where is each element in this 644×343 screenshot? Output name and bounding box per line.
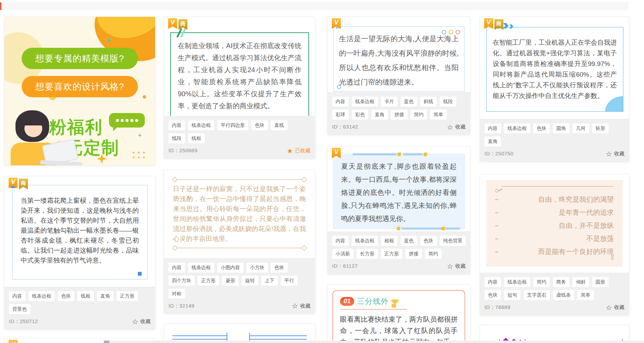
tag-chip[interactable]: 色块 [420, 236, 437, 246]
tag-chip[interactable]: 内容 [9, 291, 25, 301]
tag-chip[interactable]: 内容 [168, 263, 185, 273]
tag-chip[interactable]: 长方形 [357, 249, 378, 259]
template-card-partial[interactable] [480, 325, 629, 343]
favorited-button[interactable]: ★ 已收藏 [287, 147, 310, 154]
promo-banner[interactable]: + + + 想要专属的精美模版? 想要喜欢的设计风格? 宠粉福利 0元定制 [4, 17, 155, 165]
favorite-button[interactable]: ☆ 收藏 [292, 302, 310, 309]
favorite-label: 收藏 [614, 151, 624, 157]
template-card-partial[interactable] [164, 323, 315, 343]
tag-chip[interactable]: 线段 [168, 133, 185, 143]
tag-chip[interactable]: 内容 [332, 236, 349, 246]
tag-chip[interactable]: 色块 [251, 120, 268, 130]
tag-chip[interactable]: 正方形 [198, 276, 219, 286]
tag-chip[interactable]: 正方形 [117, 291, 138, 301]
id-row: ID：250712 ☆ 收藏 [9, 318, 151, 325]
template-preview[interactable]: 夏天是彻底来了,脚步也跟着轻盈起来。每一口西瓜,每一个故事,都将深深烙进夏的底色… [328, 146, 470, 231]
tag-chip[interactable]: 线条边框 [188, 263, 214, 273]
template-preview[interactable]: 日子还是一样的寂寞，只不过是我换了一个姿势浅酌，在一饮一品中懂得了晨起当感恩，晚… [164, 170, 315, 258]
favorite-button[interactable]: ☆ 收藏 [606, 304, 624, 311]
scrollbar-thumb[interactable] [104, 341, 109, 343]
tag-chip[interactable]: 简约 [411, 110, 427, 120]
tag-chip[interactable]: 直角 [484, 136, 501, 146]
tag-chip[interactable]: 旋转 [242, 276, 258, 286]
promo-banner-card[interactable]: + + + 想要专属的精美模版? 想要喜欢的设计风格? 宠粉福利 0元定制 [4, 16, 155, 166]
tag-chip[interactable]: 矩形 [592, 123, 609, 133]
tag-chip[interactable]: 斜线 [420, 97, 437, 107]
template-preview[interactable]: 在智能工厂里，工业机器人正在学会自我进化。通过机器视觉+强化学习算法，某电子设备… [480, 17, 629, 119]
bar-decor [353, 153, 397, 155]
tag-chip[interactable]: 内容 [168, 120, 185, 130]
tag-chip[interactable]: 线段 [440, 97, 456, 107]
favorite-button[interactable]: ☆ 收藏 [606, 151, 624, 157]
favorite-button[interactable]: ☆ 收藏 [132, 318, 151, 325]
tag-chip[interactable]: 简约 [533, 277, 550, 287]
tag-chip[interactable]: 直角 [97, 291, 113, 301]
tag-chip[interactable]: 线条边框 [352, 97, 378, 107]
tag-chip[interactable]: 内容 [332, 97, 349, 107]
tag-row: 直角 [484, 136, 624, 146]
tag-chip[interactable]: 线框 [188, 133, 205, 143]
tag-chip[interactable]: 商务 [553, 277, 569, 287]
template-card-lonely: 日子还是一样的寂寞，只不过是我换了一个姿势浅酌，在一饮一品中懂得了晨起当感恩，晚… [164, 170, 315, 314]
tag-chip[interactable]: 线条边框 [188, 120, 214, 130]
tag-chip[interactable]: 几何 [572, 123, 589, 133]
tag-chip[interactable]: 简单 [577, 290, 594, 300]
tag-chip[interactable]: 蓝色 [401, 97, 417, 107]
template-card-basketball[interactable]: 01 三分线外 眼看离比赛快结束了，两方队员都很拼命，一会儿，球落入了红队的队员… [327, 284, 470, 343]
tag-chip[interactable]: 卡片 [381, 97, 397, 107]
tag-chip[interactable]: 色块 [58, 291, 74, 301]
tag-chip[interactable]: 色块 [484, 290, 501, 300]
tag-chip[interactable]: 平行 [281, 276, 297, 286]
tag-chip[interactable]: 小图内容 [217, 263, 243, 273]
content-box: 自由，终究是我们的渴望 是年青一代的追求 自由，并不是放纵 不是放荡 [486, 180, 623, 267]
tag-chip[interactable]: 直线 [271, 120, 287, 130]
tag-chip[interactable]: 对称 [168, 289, 185, 299]
template-preview[interactable] [164, 324, 315, 343]
tag-chip[interactable]: 内容 [484, 123, 501, 133]
tag-chip[interactable]: 短句 [504, 290, 521, 300]
template-preview[interactable]: 生活是一望无际的大海,人便是大海上的一叶扁舟,大海没有风平浪静的时候,所以人也总… [328, 17, 470, 92]
template-preview[interactable]: 01 三分线外 眼看离比赛快结束了，两方队员都很拼命，一会儿，球落入了红队的队员… [328, 285, 470, 343]
tag-chip[interactable]: 线条边框 [352, 236, 378, 246]
tag-row: 对称 [168, 289, 310, 299]
template-preview[interactable]: 自由，终究是我们的渴望 是年青一代的追求 自由，并不是放纵 不是放荡 [480, 174, 629, 273]
tag-chip[interactable]: 线条边框 [504, 277, 530, 287]
template-preview[interactable]: 当第一缕霜花爬上窗棂，墨色在宣纸上晕染开来，我们便知道，这是晚秋与浅冬的私语。在… [4, 176, 155, 287]
tag-chip[interactable]: 菱形 [222, 276, 239, 286]
tag-chip[interactable]: 纯色背景 [440, 236, 466, 246]
tag-chip[interactable]: 彩色 [352, 110, 368, 120]
tag-chip[interactable]: 文字居右 [524, 290, 550, 300]
tag-chip[interactable]: 内容 [484, 277, 501, 287]
tag-chip[interactable]: 线框 [77, 291, 94, 301]
tag-chip[interactable]: 小方块 [247, 263, 268, 273]
favorite-button[interactable]: ☆ 收藏 [447, 124, 466, 131]
tag-chip[interactable]: 背景色 [9, 304, 30, 314]
horizontal-scrollbar[interactable] [104, 341, 644, 343]
edge-marker [0, 2, 1, 10]
favorite-button[interactable]: ☆ 收藏 [447, 263, 466, 270]
number-badge: 01 [340, 297, 354, 306]
tag-chip[interactable]: 相框 [381, 236, 397, 246]
tag-chip[interactable]: 蓝色 [401, 236, 417, 246]
tag-chip[interactable]: 色块 [271, 263, 287, 273]
tag-chip[interactable]: 圆角 [553, 123, 569, 133]
tag-chip[interactable]: 直角 [371, 110, 388, 120]
tag-chip[interactable]: 线条边框 [29, 291, 55, 301]
tag-chip[interactable]: 圆形 [592, 277, 609, 287]
tag-chip[interactable]: 线条边框 [504, 123, 530, 133]
tag-chip[interactable]: 简单 [430, 110, 447, 120]
template-preview[interactable]: 在制造业领域，AI技术正在彻底改变传统生产模式。通过机器学习算法优化生产流程，工… [164, 17, 315, 116]
tag-chip[interactable]: 正方形 [381, 249, 402, 259]
tag-chip[interactable]: 虚线条 [553, 290, 574, 300]
tag-chip[interactable]: 简约 [425, 249, 441, 259]
template-id: ID：250669 [168, 147, 198, 154]
tag-chip[interactable]: 拼接 [405, 249, 422, 259]
tag-chip[interactable]: 彩球 [332, 110, 349, 120]
tag-chip[interactable]: 拼接 [391, 110, 407, 120]
tag-chip[interactable]: 上下 [261, 276, 278, 286]
tag-chip[interactable]: 平行四边形 [217, 120, 248, 130]
tag-chip[interactable]: 倾斜 [572, 277, 589, 287]
tag-chip[interactable]: 色块 [533, 123, 550, 133]
tag-chip[interactable]: 四个方块 [168, 276, 195, 286]
tag-chip[interactable]: 小清新 [332, 249, 353, 259]
